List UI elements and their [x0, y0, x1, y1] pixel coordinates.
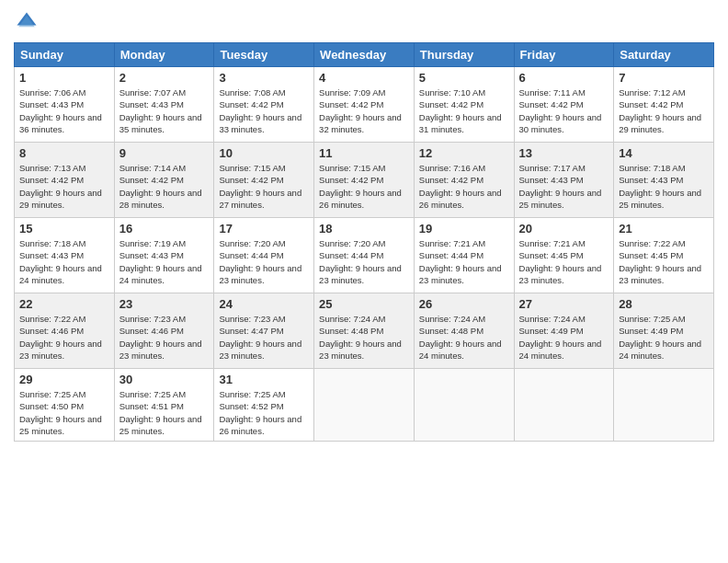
calendar-header-row: SundayMondayTuesdayWednesdayThursdayFrid… [15, 43, 714, 67]
calendar-week-row: 8 Sunrise: 7:13 AMSunset: 4:42 PMDayligh… [15, 143, 714, 218]
calendar-cell: 7 Sunrise: 7:12 AMSunset: 4:42 PMDayligh… [614, 67, 714, 143]
calendar-cell: 20 Sunrise: 7:21 AMSunset: 4:45 PMDaylig… [514, 218, 614, 293]
day-info: Sunrise: 7:10 AMSunset: 4:42 PMDaylight:… [419, 87, 502, 134]
day-info: Sunrise: 7:20 AMSunset: 4:44 PMDaylight:… [319, 238, 402, 285]
day-info: Sunrise: 7:21 AMSunset: 4:45 PMDaylight:… [519, 238, 602, 285]
day-number: 14 [619, 146, 709, 160]
day-info: Sunrise: 7:24 AMSunset: 4:48 PMDaylight:… [319, 314, 402, 361]
day-info: Sunrise: 7:16 AMSunset: 4:42 PMDaylight:… [419, 163, 502, 210]
calendar-cell [314, 369, 415, 442]
day-number: 20 [519, 222, 609, 236]
calendar-cell: 22 Sunrise: 7:22 AMSunset: 4:46 PMDaylig… [15, 293, 115, 369]
day-number: 15 [19, 222, 109, 236]
col-header-tuesday: Tuesday [214, 43, 314, 67]
calendar-cell: 17 Sunrise: 7:20 AMSunset: 4:44 PMDaylig… [214, 218, 314, 293]
day-info: Sunrise: 7:12 AMSunset: 4:42 PMDaylight:… [619, 87, 701, 134]
calendar-cell: 29 Sunrise: 7:25 AMSunset: 4:50 PMDaylig… [15, 369, 115, 442]
logo [14, 9, 43, 35]
day-number: 12 [419, 146, 509, 160]
day-number: 3 [219, 71, 309, 85]
day-info: Sunrise: 7:22 AMSunset: 4:45 PMDaylight:… [619, 238, 701, 285]
day-info: Sunrise: 7:13 AMSunset: 4:42 PMDaylight:… [19, 163, 102, 210]
day-number: 23 [119, 297, 210, 311]
day-number: 27 [519, 297, 609, 311]
day-number: 17 [219, 222, 309, 236]
day-info: Sunrise: 7:24 AMSunset: 4:49 PMDaylight:… [519, 314, 602, 361]
page-header [14, 9, 714, 35]
calendar-cell: 26 Sunrise: 7:24 AMSunset: 4:48 PMDaylig… [414, 293, 514, 369]
day-number: 29 [19, 373, 109, 386]
day-number: 28 [619, 297, 709, 311]
day-number: 16 [119, 222, 210, 236]
calendar-cell: 18 Sunrise: 7:20 AMSunset: 4:44 PMDaylig… [314, 218, 415, 293]
calendar-page: SundayMondayTuesdayWednesdayThursdayFrid… [0, 0, 728, 563]
calendar-cell: 2 Sunrise: 7:07 AMSunset: 4:43 PMDayligh… [114, 67, 214, 143]
day-info: Sunrise: 7:25 AMSunset: 4:50 PMDaylight:… [19, 389, 102, 436]
day-info: Sunrise: 7:25 AMSunset: 4:49 PMDaylight:… [619, 314, 701, 361]
day-info: Sunrise: 7:17 AMSunset: 4:43 PMDaylight:… [519, 163, 602, 210]
day-number: 19 [419, 222, 509, 236]
day-number: 1 [19, 71, 109, 85]
calendar-week-row: 22 Sunrise: 7:22 AMSunset: 4:46 PMDaylig… [15, 293, 714, 369]
day-number: 11 [319, 146, 409, 160]
col-header-thursday: Thursday [414, 43, 514, 67]
calendar-table: SundayMondayTuesdayWednesdayThursdayFrid… [14, 42, 714, 442]
calendar-cell: 6 Sunrise: 7:11 AMSunset: 4:42 PMDayligh… [514, 67, 614, 143]
day-info: Sunrise: 7:18 AMSunset: 4:43 PMDaylight:… [619, 163, 701, 210]
day-info: Sunrise: 7:25 AMSunset: 4:51 PMDaylight:… [119, 389, 202, 436]
day-number: 25 [319, 297, 409, 311]
calendar-cell: 4 Sunrise: 7:09 AMSunset: 4:42 PMDayligh… [314, 67, 415, 143]
calendar-cell [414, 369, 514, 442]
col-header-monday: Monday [114, 43, 214, 67]
day-number: 8 [19, 146, 109, 160]
day-info: Sunrise: 7:23 AMSunset: 4:47 PMDaylight:… [219, 314, 301, 361]
day-info: Sunrise: 7:09 AMSunset: 4:42 PMDaylight:… [319, 87, 402, 134]
day-info: Sunrise: 7:06 AMSunset: 4:43 PMDaylight:… [19, 87, 102, 134]
calendar-week-row: 29 Sunrise: 7:25 AMSunset: 4:50 PMDaylig… [15, 369, 714, 442]
day-number: 10 [219, 146, 309, 160]
day-info: Sunrise: 7:19 AMSunset: 4:43 PMDaylight:… [119, 238, 202, 285]
calendar-cell: 9 Sunrise: 7:14 AMSunset: 4:42 PMDayligh… [114, 143, 214, 218]
day-number: 18 [319, 222, 409, 236]
calendar-cell: 15 Sunrise: 7:18 AMSunset: 4:43 PMDaylig… [15, 218, 115, 293]
calendar-cell: 21 Sunrise: 7:22 AMSunset: 4:45 PMDaylig… [614, 218, 714, 293]
calendar-cell: 14 Sunrise: 7:18 AMSunset: 4:43 PMDaylig… [614, 143, 714, 218]
col-header-wednesday: Wednesday [314, 43, 415, 67]
day-number: 13 [519, 146, 609, 160]
calendar-cell: 31 Sunrise: 7:25 AMSunset: 4:52 PMDaylig… [214, 369, 314, 442]
day-info: Sunrise: 7:24 AMSunset: 4:48 PMDaylight:… [419, 314, 502, 361]
day-info: Sunrise: 7:11 AMSunset: 4:42 PMDaylight:… [519, 87, 602, 134]
calendar-cell: 12 Sunrise: 7:16 AMSunset: 4:42 PMDaylig… [414, 143, 514, 218]
day-number: 7 [619, 71, 709, 85]
day-number: 22 [19, 297, 109, 311]
calendar-cell: 1 Sunrise: 7:06 AMSunset: 4:43 PMDayligh… [15, 67, 115, 143]
calendar-cell: 25 Sunrise: 7:24 AMSunset: 4:48 PMDaylig… [314, 293, 415, 369]
calendar-cell: 13 Sunrise: 7:17 AMSunset: 4:43 PMDaylig… [514, 143, 614, 218]
day-info: Sunrise: 7:23 AMSunset: 4:46 PMDaylight:… [119, 314, 202, 361]
day-number: 5 [419, 71, 509, 85]
day-number: 9 [119, 146, 210, 160]
col-header-saturday: Saturday [614, 43, 714, 67]
day-info: Sunrise: 7:18 AMSunset: 4:43 PMDaylight:… [19, 238, 102, 285]
day-info: Sunrise: 7:15 AMSunset: 4:42 PMDaylight:… [319, 163, 402, 210]
calendar-cell: 8 Sunrise: 7:13 AMSunset: 4:42 PMDayligh… [15, 143, 115, 218]
day-number: 6 [519, 71, 609, 85]
logo-icon [14, 9, 40, 35]
calendar-cell: 28 Sunrise: 7:25 AMSunset: 4:49 PMDaylig… [614, 293, 714, 369]
calendar-cell [614, 369, 714, 442]
day-info: Sunrise: 7:22 AMSunset: 4:46 PMDaylight:… [19, 314, 102, 361]
day-number: 31 [219, 373, 309, 386]
day-number: 24 [219, 297, 309, 311]
day-info: Sunrise: 7:14 AMSunset: 4:42 PMDaylight:… [119, 163, 202, 210]
day-number: 26 [419, 297, 509, 311]
calendar-week-row: 15 Sunrise: 7:18 AMSunset: 4:43 PMDaylig… [15, 218, 714, 293]
calendar-cell: 24 Sunrise: 7:23 AMSunset: 4:47 PMDaylig… [214, 293, 314, 369]
day-number: 2 [119, 71, 210, 85]
day-info: Sunrise: 7:08 AMSunset: 4:42 PMDaylight:… [219, 87, 301, 134]
day-info: Sunrise: 7:25 AMSunset: 4:52 PMDaylight:… [219, 389, 301, 436]
calendar-cell: 30 Sunrise: 7:25 AMSunset: 4:51 PMDaylig… [114, 369, 214, 442]
calendar-cell: 10 Sunrise: 7:15 AMSunset: 4:42 PMDaylig… [214, 143, 314, 218]
calendar-cell: 16 Sunrise: 7:19 AMSunset: 4:43 PMDaylig… [114, 218, 214, 293]
day-number: 21 [619, 222, 709, 236]
col-header-sunday: Sunday [15, 43, 115, 67]
